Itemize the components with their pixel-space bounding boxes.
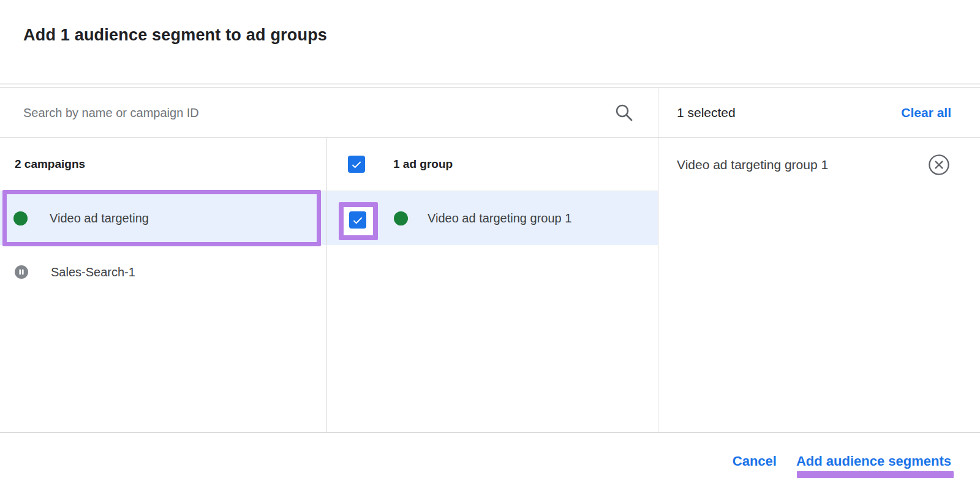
divider xyxy=(0,83,980,85)
search-icon[interactable] xyxy=(612,101,636,124)
submit-wrap: Add audience segments xyxy=(796,454,951,469)
ad-groups-header-row: 1 ad group xyxy=(327,138,658,191)
add-audience-segments-dialog: Add 1 audience segment to ad groups 1 se… xyxy=(0,0,980,492)
status-paused-icon xyxy=(15,265,28,279)
add-audience-segments-button[interactable]: Add audience segments xyxy=(796,454,951,469)
remove-circle-icon xyxy=(928,154,950,176)
selected-count: 1 selected xyxy=(677,105,736,120)
selected-item-name: Video ad targeting group 1 xyxy=(677,157,828,172)
footer-actions: Cancel Add audience segments xyxy=(733,454,951,469)
ad-group-row-video-ad-targeting-group-1[interactable]: Video ad targeting group 1 xyxy=(327,191,658,245)
campaigns-count-header: 2 campaigns xyxy=(0,138,326,191)
checkmark-icon xyxy=(350,157,363,171)
campaign-row-video-ad-targeting[interactable]: Video ad targeting xyxy=(0,191,326,245)
campaign-row-sales-search-1[interactable]: Sales-Search-1 xyxy=(0,245,326,299)
ad-groups-column: 1 ad group Video ad targeting group 1 xyxy=(327,138,658,245)
select-all-ad-groups-checkbox[interactable] xyxy=(348,156,365,173)
search-section xyxy=(0,88,658,138)
clear-all-link[interactable]: Clear all xyxy=(901,105,951,120)
status-enabled-icon xyxy=(394,211,408,225)
ad-groups-count-header: 1 ad group xyxy=(393,157,453,171)
checkmark-icon xyxy=(351,213,364,227)
campaign-name: Sales-Search-1 xyxy=(51,265,135,279)
search-input[interactable] xyxy=(23,88,599,137)
campaigns-column: 2 campaigns Video ad targeting Sales-Sea… xyxy=(0,138,326,299)
selection-panel-header: 1 selected Clear all xyxy=(658,88,980,138)
ad-group-name: Video ad targeting group 1 xyxy=(428,211,571,225)
status-enabled-icon xyxy=(13,211,28,225)
page-title: Add 1 audience segment to ad groups xyxy=(23,26,327,45)
remove-selected-item-button[interactable] xyxy=(928,154,950,176)
ad-group-checkbox[interactable] xyxy=(349,211,366,229)
cancel-button[interactable]: Cancel xyxy=(733,454,777,469)
divider xyxy=(0,432,980,433)
annotation-submit-underline xyxy=(797,471,954,478)
campaign-name: Video ad targeting xyxy=(50,211,149,225)
selected-item-row: Video ad targeting group 1 xyxy=(658,138,980,191)
